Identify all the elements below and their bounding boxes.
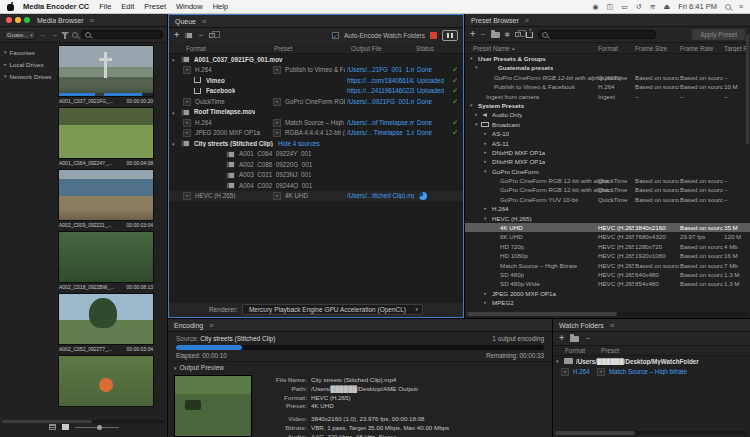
scrub-bar[interactable] <box>59 93 153 96</box>
preset-name-cell[interactable]: HEVC (H.265) <box>492 215 532 222</box>
spotlight-icon[interactable] <box>725 4 731 10</box>
notification-center-icon[interactable]: ≡ <box>739 3 743 10</box>
tree-item[interactable]: ▾ Favorites <box>0 46 58 58</box>
queue-row[interactable]: ▾ ▾ QuickTime ▾ GoPro CineForm RGB 12...… <box>169 96 463 107</box>
menubar-item[interactable]: Edit <box>121 2 134 11</box>
stop-button[interactable] <box>430 32 437 39</box>
output-file-link[interactable]: https://...24119614602283 <box>347 87 414 94</box>
preset-settings-button[interactable]: ✱ <box>505 31 511 39</box>
add-preset-button[interactable]: + <box>470 31 475 38</box>
column-target-rate[interactable]: Target Rate <box>724 45 748 52</box>
time-machine-icon[interactable]: ↺ <box>636 3 642 11</box>
column-format[interactable]: Format <box>598 45 618 52</box>
clip-thumbnail[interactable] <box>58 107 154 159</box>
queue-row[interactable]: ▾ ▾ H.264 ▾ Publish to Vimeo & Face... /… <box>169 65 463 76</box>
back-button[interactable]: ← <box>39 31 47 39</box>
output-file-link[interactable]: /Users/... Timelapse_1.mxf <box>347 129 414 136</box>
preset-row[interactable]: ▾ HEVC (H.265) <box>465 214 750 223</box>
column-preset[interactable]: Preset <box>274 45 292 52</box>
tree-chevron-icon[interactable]: ▾ <box>4 73 7 79</box>
preset-dropdown-icon[interactable]: ▾ <box>273 98 281 106</box>
thumbnail-view-icon[interactable] <box>62 424 69 430</box>
preset-name-cell[interactable]: Ingest from camera <box>486 93 539 100</box>
clip-thumbnail[interactable] <box>58 293 154 345</box>
preset-name-cell[interactable]: Publish to Vimeo & Facebook <box>494 83 575 90</box>
preset-row[interactable]: HD 1080p HEVC (H.265) 1920x1080 Based on… <box>465 251 750 260</box>
preset-row[interactable]: HD 720p HEVC (H.265) 1280x720 Based on s… <box>465 242 750 251</box>
format-cell[interactable]: JPEG 2000 MXF OP1a <box>195 129 267 136</box>
tree-chevron-icon[interactable]: ▾ <box>4 49 7 55</box>
format-dropdown-icon[interactable]: ▾ <box>183 129 191 137</box>
preset-name-cell[interactable]: DNxHD MXF OP1a <box>492 149 545 156</box>
import-preset-button[interactable] <box>515 32 521 37</box>
tab-encoding[interactable]: Encoding <box>174 322 203 329</box>
preset-cell[interactable]: GoPro CineForm RGB 12... <box>285 98 345 105</box>
tree-chevron-icon[interactable]: ▾ <box>470 102 473 108</box>
tree-chevron-icon[interactable]: ▸ <box>484 140 487 146</box>
preset-row[interactable]: ▸ MPEG2 <box>465 298 750 307</box>
add-source-button[interactable]: + <box>174 32 179 39</box>
column-preset-name[interactable]: Preset Name <box>473 45 510 52</box>
queue-row[interactable]: ▾ A001_C064_09224Y_001 ▾ ▾ ✓ <box>169 149 463 160</box>
column-preset[interactable]: Preset <box>601 347 619 354</box>
preset-dropdown-icon[interactable]: ▾ <box>273 119 281 127</box>
filter-icon[interactable] <box>61 31 69 39</box>
wifi-icon[interactable]: ≋ <box>650 3 656 11</box>
preset-dropdown-icon[interactable]: ▾ <box>273 129 281 137</box>
tree-chevron-icon[interactable]: ▸ <box>484 299 487 305</box>
preset-vertical-scrollbar[interactable] <box>746 34 749 144</box>
pause-button[interactable] <box>442 30 458 41</box>
tab-preset-browser[interactable]: Preset Browser <box>471 17 519 24</box>
tree-chevron-icon[interactable]: ▸ <box>484 290 487 296</box>
panel-menu-icon[interactable]: ≡ <box>525 17 529 24</box>
queue-row[interactable]: ▾ Facebook ▾ ▾ https://...24119614602283… <box>169 86 463 97</box>
preset-dropdown-icon[interactable]: ▾ <box>273 66 281 74</box>
renderer-dropdown[interactable]: Mercury Playback Engine GPU Acceleration… <box>242 304 423 315</box>
tree-chevron-icon[interactable]: ▸ <box>484 130 487 136</box>
apple-menu-icon[interactable] <box>7 2 14 11</box>
tree-item[interactable]: ▾ Network Drives <box>0 70 58 82</box>
preset-row[interactable]: Ingest from camera Ingest – – – <box>465 92 750 101</box>
preset-row[interactable]: GoPro CineForm YUV 10-bit QuickTime Base… <box>465 195 750 204</box>
output-file-link[interactable]: /Users/...21FG_001_1.mp4 <box>347 66 414 73</box>
tree-chevron-icon[interactable]: ▾ <box>484 215 487 221</box>
format-cell[interactable]: H.264 <box>195 66 267 73</box>
list-view-icon[interactable] <box>49 424 56 430</box>
tab-queue[interactable]: Queue <box>175 18 196 25</box>
menubar-item[interactable]: Window <box>176 2 203 11</box>
expand-chevron-icon[interactable]: ▾ <box>172 141 175 147</box>
zoom-icon[interactable] <box>72 32 78 38</box>
preset-row[interactable]: GoPro CineForm RGB 12-bit with alpha (Al… <box>465 73 750 82</box>
queue-row[interactable]: ▾ Vimeo ▾ ▾ https://...com/184066142 Upl… <box>169 75 463 86</box>
clip-thumbnail[interactable] <box>58 45 154 97</box>
column-frame-rate[interactable]: Frame Rate <box>680 45 713 52</box>
remove-button[interactable]: − <box>198 32 203 39</box>
output-file-link[interactable]: /Users/...0921FG_001.mov <box>347 98 414 105</box>
media-clip[interactable]: A001_C037_0921FG_... 00:00:00:20 <box>58 45 154 105</box>
app-menu-title[interactable]: Media Encoder CC <box>23 2 89 11</box>
expand-chevron-icon[interactable]: ▾ <box>172 110 175 116</box>
format-dropdown-icon[interactable]: ▾ <box>183 66 191 74</box>
queue-row[interactable]: ▾ ▾ JPEG 2000 MXF OP1a ▾ RGBA 4:4:4:4 12… <box>169 128 463 139</box>
clip-thumbnail[interactable] <box>58 169 154 221</box>
tree-item[interactable]: ▸ Local Drives <box>0 58 58 70</box>
media-horizontal-scrollbar[interactable] <box>2 420 165 423</box>
preset-name-cell[interactable]: DNxHR MXF OP1a <box>492 158 545 165</box>
preset-name-cell[interactable]: AS-11 <box>492 140 509 147</box>
watch-output-row[interactable]: ▾ H.264 ▾ Match Source – High bitrate <box>553 367 750 378</box>
minimize-button[interactable] <box>15 17 21 23</box>
preset-cell[interactable]: 4K UHD <box>285 192 345 199</box>
preset-row[interactable]: Publish to Vimeo & Facebook H.264 Based … <box>465 82 750 91</box>
duplicate-button[interactable] <box>209 33 215 38</box>
preset-row[interactable]: 8K UHD HEVC (H.265) 7680x4320 29.97 fps … <box>465 232 750 241</box>
preset-cell[interactable]: RGBA 4:4:4:4 12-bit (BC... <box>285 129 345 136</box>
output-file-link[interactable]: /Users/...titched Clip).mp4 <box>347 192 414 199</box>
tab-watch-folders[interactable]: Watch Folders <box>559 322 604 329</box>
preset-name-cell[interactable]: Broadcast <box>492 121 520 128</box>
location-dropdown[interactable]: Guate...▾ <box>4 30 36 40</box>
tree-chevron-icon[interactable]: ▸ <box>484 158 487 164</box>
preset-horizontal-scrollbar[interactable] <box>467 312 748 316</box>
preset-dropdown-icon[interactable]: ▾ <box>597 368 605 376</box>
preset-row[interactable]: 4K UHD HEVC (H.265) 3840x2160 Based on s… <box>465 223 750 232</box>
menu-clock[interactable]: Fri 6:41 PM <box>678 2 717 11</box>
